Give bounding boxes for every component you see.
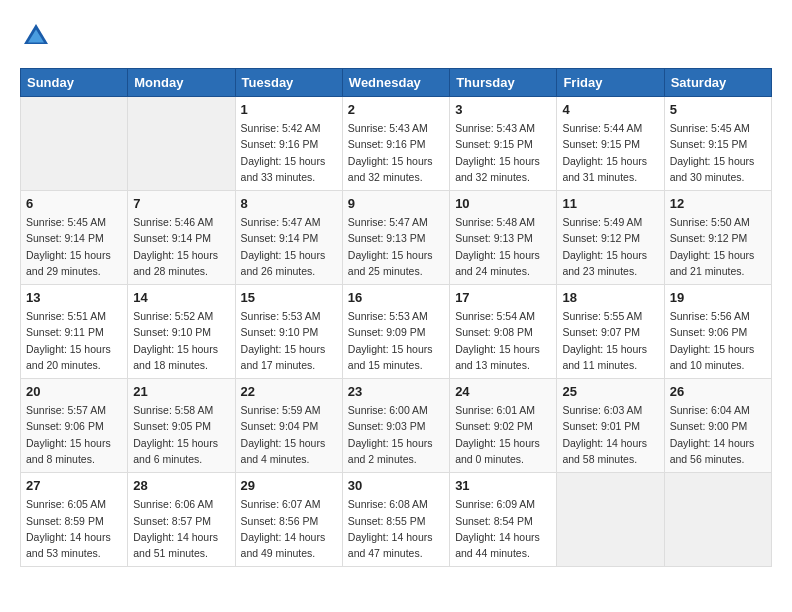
calendar-cell: 10Sunrise: 5:48 AM Sunset: 9:13 PM Dayli…: [450, 191, 557, 285]
weekday-header-row: SundayMondayTuesdayWednesdayThursdayFrid…: [21, 69, 772, 97]
day-number: 11: [562, 196, 658, 211]
calendar-cell: 26Sunrise: 6:04 AM Sunset: 9:00 PM Dayli…: [664, 379, 771, 473]
calendar-cell: 27Sunrise: 6:05 AM Sunset: 8:59 PM Dayli…: [21, 473, 128, 567]
day-info: Sunrise: 5:45 AM Sunset: 9:15 PM Dayligh…: [670, 120, 766, 185]
calendar-cell: 18Sunrise: 5:55 AM Sunset: 9:07 PM Dayli…: [557, 285, 664, 379]
calendar-cell: 16Sunrise: 5:53 AM Sunset: 9:09 PM Dayli…: [342, 285, 449, 379]
day-info: Sunrise: 5:59 AM Sunset: 9:04 PM Dayligh…: [241, 402, 337, 467]
day-info: Sunrise: 6:06 AM Sunset: 8:57 PM Dayligh…: [133, 496, 229, 561]
calendar-cell: 2Sunrise: 5:43 AM Sunset: 9:16 PM Daylig…: [342, 97, 449, 191]
day-number: 19: [670, 290, 766, 305]
day-number: 31: [455, 478, 551, 493]
calendar-cell: 25Sunrise: 6:03 AM Sunset: 9:01 PM Dayli…: [557, 379, 664, 473]
day-info: Sunrise: 5:45 AM Sunset: 9:14 PM Dayligh…: [26, 214, 122, 279]
day-info: Sunrise: 5:51 AM Sunset: 9:11 PM Dayligh…: [26, 308, 122, 373]
day-info: Sunrise: 5:46 AM Sunset: 9:14 PM Dayligh…: [133, 214, 229, 279]
day-number: 4: [562, 102, 658, 117]
day-number: 15: [241, 290, 337, 305]
day-number: 16: [348, 290, 444, 305]
weekday-header: Saturday: [664, 69, 771, 97]
calendar-cell: 20Sunrise: 5:57 AM Sunset: 9:06 PM Dayli…: [21, 379, 128, 473]
calendar-cell: 31Sunrise: 6:09 AM Sunset: 8:54 PM Dayli…: [450, 473, 557, 567]
calendar-cell: 19Sunrise: 5:56 AM Sunset: 9:06 PM Dayli…: [664, 285, 771, 379]
day-info: Sunrise: 6:01 AM Sunset: 9:02 PM Dayligh…: [455, 402, 551, 467]
day-info: Sunrise: 5:44 AM Sunset: 9:15 PM Dayligh…: [562, 120, 658, 185]
day-number: 13: [26, 290, 122, 305]
day-info: Sunrise: 5:56 AM Sunset: 9:06 PM Dayligh…: [670, 308, 766, 373]
weekday-header: Tuesday: [235, 69, 342, 97]
day-info: Sunrise: 5:52 AM Sunset: 9:10 PM Dayligh…: [133, 308, 229, 373]
logo: [20, 20, 56, 52]
calendar-cell: 30Sunrise: 6:08 AM Sunset: 8:55 PM Dayli…: [342, 473, 449, 567]
logo-icon: [20, 20, 52, 52]
day-info: Sunrise: 5:54 AM Sunset: 9:08 PM Dayligh…: [455, 308, 551, 373]
calendar-week-row: 13Sunrise: 5:51 AM Sunset: 9:11 PM Dayli…: [21, 285, 772, 379]
calendar-cell: 14Sunrise: 5:52 AM Sunset: 9:10 PM Dayli…: [128, 285, 235, 379]
weekday-header: Thursday: [450, 69, 557, 97]
calendar-week-row: 6Sunrise: 5:45 AM Sunset: 9:14 PM Daylig…: [21, 191, 772, 285]
day-number: 25: [562, 384, 658, 399]
day-info: Sunrise: 6:08 AM Sunset: 8:55 PM Dayligh…: [348, 496, 444, 561]
day-number: 30: [348, 478, 444, 493]
day-number: 12: [670, 196, 766, 211]
calendar-cell: 5Sunrise: 5:45 AM Sunset: 9:15 PM Daylig…: [664, 97, 771, 191]
day-info: Sunrise: 5:55 AM Sunset: 9:07 PM Dayligh…: [562, 308, 658, 373]
day-number: 7: [133, 196, 229, 211]
day-info: Sunrise: 6:04 AM Sunset: 9:00 PM Dayligh…: [670, 402, 766, 467]
calendar-week-row: 1Sunrise: 5:42 AM Sunset: 9:16 PM Daylig…: [21, 97, 772, 191]
calendar-cell: 4Sunrise: 5:44 AM Sunset: 9:15 PM Daylig…: [557, 97, 664, 191]
weekday-header: Sunday: [21, 69, 128, 97]
calendar-cell: 29Sunrise: 6:07 AM Sunset: 8:56 PM Dayli…: [235, 473, 342, 567]
day-number: 28: [133, 478, 229, 493]
day-number: 22: [241, 384, 337, 399]
day-info: Sunrise: 6:09 AM Sunset: 8:54 PM Dayligh…: [455, 496, 551, 561]
calendar-cell: 22Sunrise: 5:59 AM Sunset: 9:04 PM Dayli…: [235, 379, 342, 473]
calendar-body: 1Sunrise: 5:42 AM Sunset: 9:16 PM Daylig…: [21, 97, 772, 567]
calendar-cell: [21, 97, 128, 191]
calendar-cell: [664, 473, 771, 567]
day-info: Sunrise: 5:43 AM Sunset: 9:15 PM Dayligh…: [455, 120, 551, 185]
calendar-header: SundayMondayTuesdayWednesdayThursdayFrid…: [21, 69, 772, 97]
calendar-cell: [557, 473, 664, 567]
day-number: 5: [670, 102, 766, 117]
day-number: 26: [670, 384, 766, 399]
calendar-cell: [128, 97, 235, 191]
day-number: 29: [241, 478, 337, 493]
day-info: Sunrise: 6:00 AM Sunset: 9:03 PM Dayligh…: [348, 402, 444, 467]
calendar-cell: 21Sunrise: 5:58 AM Sunset: 9:05 PM Dayli…: [128, 379, 235, 473]
day-number: 23: [348, 384, 444, 399]
calendar: SundayMondayTuesdayWednesdayThursdayFrid…: [20, 68, 772, 567]
day-info: Sunrise: 5:57 AM Sunset: 9:06 PM Dayligh…: [26, 402, 122, 467]
calendar-cell: 9Sunrise: 5:47 AM Sunset: 9:13 PM Daylig…: [342, 191, 449, 285]
calendar-cell: 13Sunrise: 5:51 AM Sunset: 9:11 PM Dayli…: [21, 285, 128, 379]
weekday-header: Monday: [128, 69, 235, 97]
calendar-cell: 23Sunrise: 6:00 AM Sunset: 9:03 PM Dayli…: [342, 379, 449, 473]
day-number: 20: [26, 384, 122, 399]
day-info: Sunrise: 5:49 AM Sunset: 9:12 PM Dayligh…: [562, 214, 658, 279]
calendar-cell: 15Sunrise: 5:53 AM Sunset: 9:10 PM Dayli…: [235, 285, 342, 379]
calendar-cell: 17Sunrise: 5:54 AM Sunset: 9:08 PM Dayli…: [450, 285, 557, 379]
calendar-week-row: 27Sunrise: 6:05 AM Sunset: 8:59 PM Dayli…: [21, 473, 772, 567]
calendar-cell: 6Sunrise: 5:45 AM Sunset: 9:14 PM Daylig…: [21, 191, 128, 285]
day-number: 14: [133, 290, 229, 305]
calendar-cell: 8Sunrise: 5:47 AM Sunset: 9:14 PM Daylig…: [235, 191, 342, 285]
day-number: 21: [133, 384, 229, 399]
day-info: Sunrise: 5:53 AM Sunset: 9:09 PM Dayligh…: [348, 308, 444, 373]
day-info: Sunrise: 5:43 AM Sunset: 9:16 PM Dayligh…: [348, 120, 444, 185]
day-number: 18: [562, 290, 658, 305]
day-number: 3: [455, 102, 551, 117]
weekday-header: Wednesday: [342, 69, 449, 97]
day-number: 10: [455, 196, 551, 211]
day-info: Sunrise: 6:07 AM Sunset: 8:56 PM Dayligh…: [241, 496, 337, 561]
calendar-week-row: 20Sunrise: 5:57 AM Sunset: 9:06 PM Dayli…: [21, 379, 772, 473]
day-info: Sunrise: 5:58 AM Sunset: 9:05 PM Dayligh…: [133, 402, 229, 467]
weekday-header: Friday: [557, 69, 664, 97]
day-number: 6: [26, 196, 122, 211]
day-info: Sunrise: 5:48 AM Sunset: 9:13 PM Dayligh…: [455, 214, 551, 279]
day-info: Sunrise: 5:47 AM Sunset: 9:13 PM Dayligh…: [348, 214, 444, 279]
day-info: Sunrise: 6:03 AM Sunset: 9:01 PM Dayligh…: [562, 402, 658, 467]
day-info: Sunrise: 5:53 AM Sunset: 9:10 PM Dayligh…: [241, 308, 337, 373]
day-number: 2: [348, 102, 444, 117]
calendar-cell: 28Sunrise: 6:06 AM Sunset: 8:57 PM Dayli…: [128, 473, 235, 567]
day-number: 27: [26, 478, 122, 493]
